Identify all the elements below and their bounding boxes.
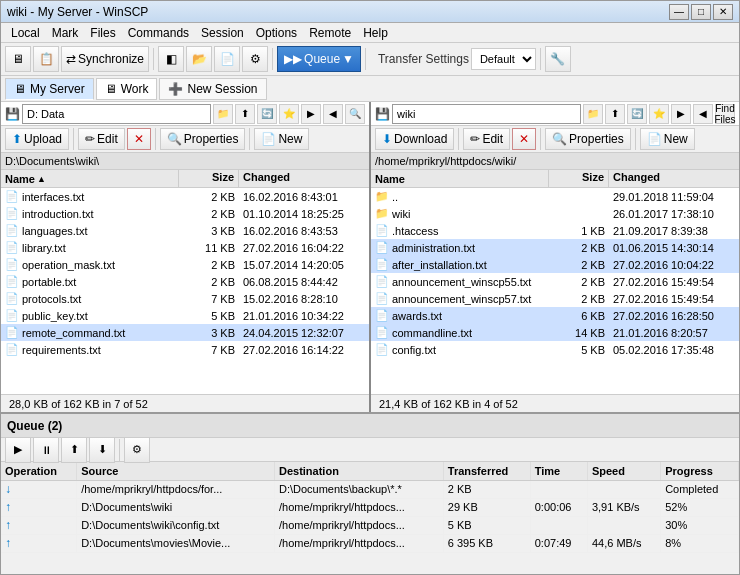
left-path-btn-5[interactable]: ▶ — [301, 104, 321, 124]
menu-commands[interactable]: Commands — [122, 24, 195, 42]
right-path-btn-6[interactable]: ◀ — [693, 104, 713, 124]
queue-row[interactable]: ↑ D:\Documents\movies\Movie... /home/mpr… — [1, 534, 739, 552]
right-file-row[interactable]: 📁 .. 29.01.2018 11:59:04 — [371, 188, 739, 205]
menu-help[interactable]: Help — [357, 24, 394, 42]
right-file-row[interactable]: 📄 awards.txt 6 KB 27.02.2016 16:28:50 — [371, 307, 739, 324]
queue-transferred: 6 395 KB — [443, 534, 530, 552]
transfer-settings-select[interactable]: Default — [471, 48, 536, 70]
right-file-row[interactable]: 📄 after_installation.txt 2 KB 27.02.2016… — [371, 256, 739, 273]
right-path-btn-1[interactable]: 📁 — [583, 104, 603, 124]
icon-4: 📂 — [192, 52, 207, 66]
left-file-changed: 16.02.2016 8:43:53 — [239, 225, 369, 237]
right-path-input[interactable] — [392, 104, 581, 124]
left-col-changed[interactable]: Changed — [239, 170, 369, 187]
settings-button[interactable]: ⚙ — [242, 46, 268, 72]
toolbar-btn-1[interactable]: 🖥 — [5, 46, 31, 72]
left-file-list[interactable]: Name ▲ Size Changed 📄 interfaces.txt 2 K… — [1, 170, 369, 394]
left-path-btn-4[interactable]: ⭐ — [279, 104, 299, 124]
right-find-btn[interactable]: Find Files — [715, 104, 735, 124]
left-file-row[interactable]: 📄 public_key.txt 5 KB 21.01.2016 10:34:2… — [1, 307, 369, 324]
left-col-size[interactable]: Size — [179, 170, 239, 187]
left-path-btn-1[interactable]: 📁 — [213, 104, 233, 124]
upload-button[interactable]: ⬆ Upload — [5, 128, 69, 150]
left-new-button[interactable]: 📄 New — [254, 128, 309, 150]
maximize-button[interactable]: □ — [691, 4, 711, 20]
left-file-row[interactable]: 📄 portable.txt 2 KB 06.08.2015 8:44:42 — [1, 273, 369, 290]
sep-2 — [272, 48, 273, 70]
left-path-btn-6[interactable]: ◀ — [323, 104, 343, 124]
queue-col-source: Source — [77, 462, 275, 480]
left-path-input[interactable] — [22, 104, 211, 124]
right-file-row[interactable]: 📄 announcement_winscp57.txt 2 KB 27.02.2… — [371, 290, 739, 307]
right-file-name: 📄 config.txt — [371, 343, 549, 356]
toolbar-btn-4[interactable]: 📂 — [186, 46, 212, 72]
queue-row[interactable]: ↓ /home/mprikryl/httpdocs/for... D:\Docu… — [1, 480, 739, 498]
menu-files[interactable]: Files — [84, 24, 121, 42]
queue-start-btn[interactable]: ▶ — [5, 437, 31, 463]
left-file-row[interactable]: 📄 operation_mask.txt 2 KB 15.07.2014 14:… — [1, 256, 369, 273]
queue-up-btn[interactable]: ⬆ — [61, 437, 87, 463]
close-button[interactable]: ✕ — [713, 4, 733, 20]
left-path-btn-2[interactable]: ⬆ — [235, 104, 255, 124]
queue-button[interactable]: ▶▶ Queue ▼ — [277, 46, 361, 72]
left-file-row[interactable]: 📄 library.txt 11 KB 27.02.2016 16:04:22 — [1, 239, 369, 256]
left-file-row[interactable]: 📄 requirements.txt 7 KB 27.02.2016 16:14… — [1, 341, 369, 358]
queue-settings-btn[interactable]: ⚙ — [124, 437, 150, 463]
left-files-container: 📄 interfaces.txt 2 KB 16.02.2016 8:43:01… — [1, 188, 369, 358]
right-file-row[interactable]: 📄 .htaccess 1 KB 21.09.2017 8:39:38 — [371, 222, 739, 239]
right-file-row[interactable]: 📁 wiki 26.01.2017 17:38:10 — [371, 205, 739, 222]
menu-mark[interactable]: Mark — [46, 24, 85, 42]
right-file-list[interactable]: Name Size Changed 📁 .. 29.01.2018 11:59:… — [371, 170, 739, 394]
left-edit-button[interactable]: ✏ Edit — [78, 128, 125, 150]
left-properties-button[interactable]: 🔍 Properties — [160, 128, 246, 150]
left-path-btn-7[interactable]: 🔍 — [345, 104, 365, 124]
right-path-btn-4[interactable]: ⭐ — [649, 104, 669, 124]
left-file-row[interactable]: 📄 languages.txt 3 KB 16.02.2016 8:43:53 — [1, 222, 369, 239]
left-file-name: 📄 operation_mask.txt — [1, 258, 179, 271]
right-path-btn-5[interactable]: ▶ — [671, 104, 691, 124]
queue-down-btn[interactable]: ⬇ — [89, 437, 115, 463]
queue-row[interactable]: ↑ D:\Documents\wiki\config.txt /home/mpr… — [1, 516, 739, 534]
queue-pause-btn[interactable]: ⏸ — [33, 437, 59, 463]
right-file-row[interactable]: 📄 announcement_winscp55.txt 2 KB 27.02.2… — [371, 273, 739, 290]
queue-row[interactable]: ↑ D:\Documents\wiki /home/mprikryl/httpd… — [1, 498, 739, 516]
left-col-name[interactable]: Name ▲ — [1, 170, 179, 187]
toolbar-btn-5[interactable]: 📄 — [214, 46, 240, 72]
minimize-button[interactable]: — — [669, 4, 689, 20]
menu-session[interactable]: Session — [195, 24, 250, 42]
right-file-changed: 05.02.2016 17:35:48 — [609, 344, 739, 356]
right-new-button[interactable]: 📄 New — [640, 128, 695, 150]
new-session-button[interactable]: ➕ New Session — [159, 78, 266, 100]
left-file-row[interactable]: 📄 introduction.txt 2 KB 01.10.2014 18:25… — [1, 205, 369, 222]
right-path-btn-2[interactable]: ⬆ — [605, 104, 625, 124]
toolbar-btn-3[interactable]: ◧ — [158, 46, 184, 72]
right-file-row[interactable]: 📄 commandline.txt 14 KB 21.01.2016 8:20:… — [371, 324, 739, 341]
right-col-size[interactable]: Size — [549, 170, 609, 187]
toolbar-btn-6[interactable]: 🔧 — [545, 46, 571, 72]
menu-remote[interactable]: Remote — [303, 24, 357, 42]
session-tab-myserver[interactable]: 🖥 My Server — [5, 78, 94, 100]
right-file-icon: 📄 — [375, 258, 389, 271]
session-tab-work[interactable]: 🖥 Work — [96, 78, 158, 100]
left-file-row[interactable]: 📄 protocols.txt 7 KB 15.02.2016 8:28:10 — [1, 290, 369, 307]
right-delete-button[interactable]: ✕ — [512, 128, 536, 150]
right-file-row[interactable]: 📄 administration.txt 2 KB 01.06.2015 14:… — [371, 239, 739, 256]
right-properties-button[interactable]: 🔍 Properties — [545, 128, 631, 150]
right-file-name: 📄 .htaccess — [371, 224, 549, 237]
menu-local[interactable]: Local — [5, 24, 46, 42]
left-file-row[interactable]: 📄 interfaces.txt 2 KB 16.02.2016 8:43:01 — [1, 188, 369, 205]
download-button[interactable]: ⬇ Download — [375, 128, 454, 150]
left-path-btn-3[interactable]: 🔄 — [257, 104, 277, 124]
toolbar-btn-2[interactable]: 📋 — [33, 46, 59, 72]
right-file-name: 📄 commandline.txt — [371, 326, 549, 339]
queue-table: Operation Source Destination Transferred… — [1, 462, 739, 553]
right-col-changed[interactable]: Changed — [609, 170, 739, 187]
menu-options[interactable]: Options — [250, 24, 303, 42]
right-edit-button[interactable]: ✏ Edit — [463, 128, 510, 150]
right-col-name[interactable]: Name — [371, 170, 549, 187]
left-file-row[interactable]: 📄 remote_command.txt 3 KB 24.04.2015 12:… — [1, 324, 369, 341]
left-delete-button[interactable]: ✕ — [127, 128, 151, 150]
right-file-row[interactable]: 📄 config.txt 5 KB 05.02.2016 17:35:48 — [371, 341, 739, 358]
synchronize-button[interactable]: ⇄ Synchronize — [61, 46, 149, 72]
right-path-btn-3[interactable]: 🔄 — [627, 104, 647, 124]
